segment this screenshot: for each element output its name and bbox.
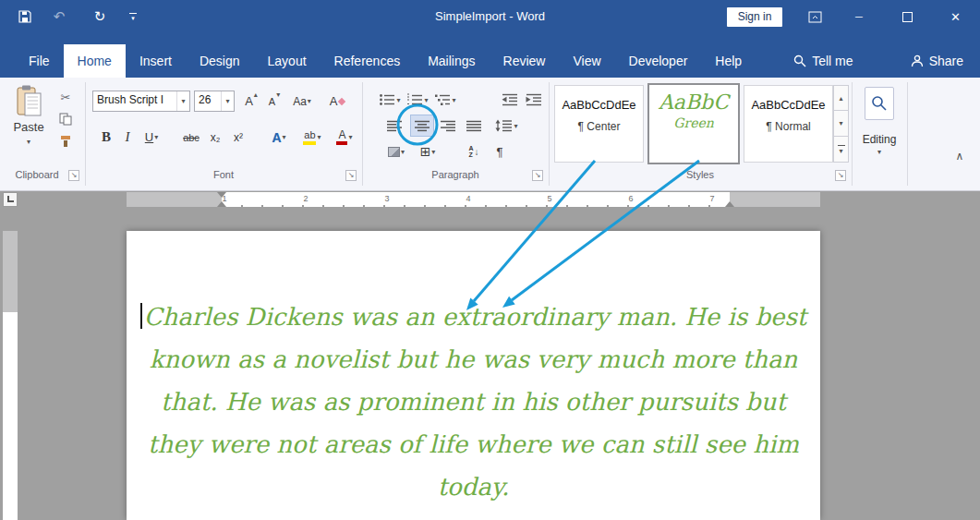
sort-button[interactable]: AZ ↓ [462,140,486,163]
customize-quick-access-button[interactable]: ▾ [124,0,142,33]
tab-help[interactable]: Help [701,44,756,78]
text-highlight-button[interactable]: ab ▾ [297,126,327,149]
maximize-button[interactable] [883,0,931,33]
clipboard-dialog-launcher[interactable]: ↘ [68,170,79,181]
editing-expand-caret[interactable]: ▾ [852,148,907,156]
tell-me-label: Tell me [812,44,853,78]
numbering-button[interactable]: ▾ [405,89,430,111]
cut-button[interactable]: ✂ [54,87,78,107]
share-button[interactable]: Share [911,44,963,78]
undo-button[interactable]: ↶ [48,0,70,33]
collapse-ribbon-button[interactable]: ∧ [950,148,970,164]
style-card-center[interactable]: AaBbCcDdEe ¶ Center [554,85,644,163]
line-spacing-button[interactable]: ▾ [491,115,521,137]
styles-more-button[interactable]: ▾ [833,137,849,163]
borders-button[interactable]: ⊞ ▾ [414,140,442,163]
group-separator [907,82,908,186]
tab-home[interactable]: Home [64,44,126,78]
shrink-font-button[interactable]: A▾ [264,91,284,112]
paragraph-dialog-launcher[interactable]: ↘ [532,170,543,181]
redo-icon: ↻ [94,8,106,25]
caret-down-icon: ▾ [839,148,842,154]
redo-button[interactable]: ↻ [89,0,111,33]
minimize-button[interactable]: ─ [835,0,883,33]
document-text[interactable]: Charles Dickens was an extraordinary man… [127,231,820,508]
tab-file[interactable]: File [15,44,64,78]
show-hide-formatting-button[interactable]: ¶ [490,140,510,163]
clipboard-group-label: Clipboard [0,169,74,180]
tab-developer[interactable]: Developer [615,44,702,78]
tab-mailings[interactable]: Mailings [414,44,489,78]
right-indent-marker[interactable] [725,201,734,207]
shading-button[interactable]: ▾ [382,140,410,163]
horizontal-ruler[interactable]: 1 2 3 4 5 6 7 [127,192,820,207]
save-button[interactable] [13,0,37,33]
tab-insert[interactable]: Insert [126,44,186,78]
dialog-launcher-icon: ↘ [535,171,541,179]
styles-dialog-launcher[interactable]: ↘ [835,170,846,181]
paste-button[interactable]: Paste ▾ [7,85,50,175]
decrease-indent-button[interactable] [499,89,521,111]
share-label: Share [929,54,963,68]
superscript-button[interactable]: x² [227,126,249,149]
bold-button[interactable]: B [96,126,116,149]
align-right-button[interactable] [436,115,460,137]
font-name-combobox[interactable]: Brush Script I ▾ [92,91,190,112]
vertical-ruler[interactable] [3,231,18,520]
sign-in-button[interactable]: Sign in [727,7,782,27]
tab-design[interactable]: Design [186,44,254,78]
align-left-button[interactable] [382,115,406,137]
increase-indent-button[interactable] [523,89,545,111]
align-center-button[interactable] [410,115,434,137]
close-button[interactable]: ✕ [931,0,980,33]
format-painter-button[interactable] [54,131,78,151]
grow-font-button[interactable]: A▴ [240,91,262,112]
document-page[interactable]: Charles Dickens was an extraordinary man… [127,231,820,520]
editing-group-button[interactable]: Editing [852,133,907,146]
editing-find-button[interactable] [865,87,894,120]
multilevel-list-icon [434,93,451,106]
chevron-up-icon: ∧ [956,150,964,163]
style-preview: AaBbCcDdEe [744,98,832,112]
chevron-down-icon: ▾ [396,96,400,104]
tab-layout[interactable]: Layout [254,44,321,78]
copy-button[interactable] [54,109,78,129]
chevron-down-icon: ▾ [221,91,234,111]
tab-references[interactable]: References [321,44,415,78]
styles-scroll-down-button[interactable]: ▾ [833,111,849,137]
tab-view[interactable]: View [559,44,614,78]
strikethrough-button[interactable]: abc [177,126,205,149]
first-line-indent-marker[interactable] [217,192,226,198]
multilevel-list-button[interactable]: ▾ [432,89,458,111]
font-size-value: 26 [195,91,221,111]
hanging-indent-marker[interactable] [217,201,226,207]
style-card-normal[interactable]: AaBbCcDdEe ¶ Normal [744,85,833,163]
style-card-green[interactable]: AaBbC Green [647,83,740,164]
bullets-button[interactable]: ▾ [377,89,403,111]
subscript-button[interactable]: x₂ [205,126,225,149]
underline-button[interactable]: U▾ [139,126,164,149]
justify-button[interactable] [462,115,486,137]
change-case-button[interactable]: Aa▾ [288,91,316,112]
tab-stop-selector[interactable] [3,192,18,207]
paste-label: Paste [13,120,43,134]
text-effects-button[interactable]: A▾ [266,126,292,149]
text-cursor [140,303,142,329]
font-color-button[interactable]: A ▾ [331,126,358,149]
titlebar: SimpleImport - Word ↶ ↻ ▾ Sign in ─ ✕ [0,0,980,33]
font-name-value: Brush Script I [93,91,176,111]
italic-button[interactable]: I [118,126,137,149]
clear-formatting-button[interactable]: A [325,91,349,112]
font-size-combobox[interactable]: 26 ▾ [194,91,235,112]
tell-me-button[interactable]: Tell me [780,44,866,78]
font-dialog-launcher[interactable]: ↘ [345,170,357,181]
chevron-down-icon: ▾ [317,133,321,141]
tab-review[interactable]: Review [490,44,560,78]
ribbon-display-options-icon [808,11,822,23]
styles-scroll-up-button[interactable]: ▴ [833,85,849,111]
chevron-down-icon: ▾ [348,133,352,141]
text-highlight-icon: ab [303,129,316,145]
align-left-icon [386,120,403,132]
ribbon-display-options-button[interactable] [802,0,828,33]
chevron-down-icon: ▾ [176,91,189,111]
